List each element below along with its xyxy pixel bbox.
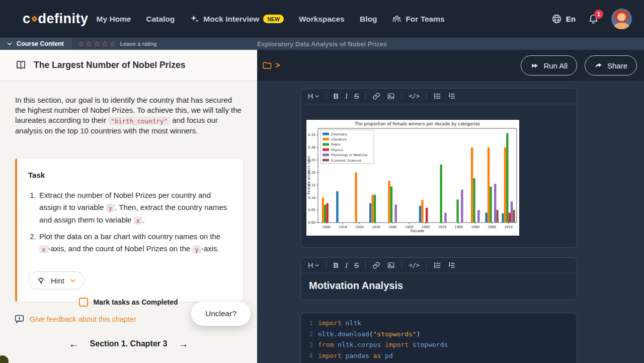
line-number: 3 (305, 339, 313, 350)
code-token (381, 339, 385, 350)
italic-button[interactable]: I (345, 92, 348, 101)
bulleted-list-button[interactable] (433, 261, 441, 269)
folder-icon (262, 60, 272, 70)
notifications-button[interactable]: 1 (588, 13, 599, 25)
star-rating[interactable]: ☆☆☆☆☆ (78, 40, 117, 47)
bar (440, 165, 442, 223)
bar (490, 187, 492, 223)
star-icon[interactable]: ☆ (101, 40, 109, 48)
markdown-cell-chart: H B I S </> 0. (300, 88, 577, 248)
nav-catalog[interactable]: Catalog (146, 15, 175, 24)
course-content-menu[interactable]: Course Content (0, 38, 72, 50)
bold-button[interactable]: B (333, 261, 338, 269)
code-token: pandas (346, 350, 369, 361)
breadcrumb[interactable]: > (262, 60, 280, 70)
prev-chapter-arrow[interactable]: ← (69, 339, 79, 349)
toolbar-divider (365, 92, 366, 100)
codefinity-logo[interactable]: c definity (23, 11, 89, 27)
code-token: import (385, 339, 409, 350)
user-avatar[interactable] (611, 9, 632, 29)
chevron-down-icon (314, 94, 319, 99)
link-button[interactable] (372, 92, 380, 100)
italic-button[interactable]: I (345, 261, 348, 270)
language-selector[interactable]: En (551, 14, 576, 24)
code-token (342, 361, 346, 363)
bar (509, 213, 511, 223)
code-token (424, 361, 428, 363)
task-item: Plot the data on a bar chart with countr… (38, 231, 231, 255)
hint-button[interactable]: Hint (28, 271, 85, 289)
numbered-list-button[interactable] (448, 261, 456, 269)
code-line[interactable]: 3from nltk.corpus import stopwords (301, 339, 577, 350)
lesson-body: In this section, our goal is to identify… (0, 81, 257, 302)
image-button[interactable] (387, 261, 395, 269)
svg-text:Decade: Decade (411, 229, 425, 233)
nav-for-teams[interactable]: For Teams (392, 14, 444, 24)
star-icon[interactable]: ☆ (94, 40, 102, 48)
strikethrough-button[interactable]: S (354, 261, 359, 269)
workspace-header: > Run All Share (257, 50, 644, 81)
heading-button[interactable]: H (308, 261, 319, 269)
star-icon[interactable]: ☆ (78, 40, 86, 48)
bold-button[interactable]: B (333, 92, 338, 100)
text-segment: -axis, and the count of Nobel Prizes on … (48, 244, 193, 253)
run-all-button[interactable]: Run All (521, 55, 577, 76)
code-token: pd (385, 350, 393, 361)
link-button[interactable] (372, 261, 380, 269)
svg-text:1900: 1900 (322, 225, 331, 229)
toolbar-divider (401, 261, 402, 269)
bar (513, 210, 515, 223)
svg-text:The proportion of female winne: The proportion of female winners per dec… (354, 121, 480, 126)
code-button[interactable]: </> (409, 93, 420, 100)
run-all-label: Run All (543, 61, 568, 70)
people-icon (392, 14, 401, 24)
top-navbar: c definity My Home Catalog Mock Intervie… (0, 0, 644, 38)
nav-mock-interview[interactable]: Mock Interview NEW (190, 14, 284, 24)
logo-text-pre: c (23, 11, 31, 27)
task-list: Extract the number of Nobel Prizes per c… (28, 189, 231, 255)
bar (494, 184, 496, 223)
code-token: nltk.download (318, 329, 369, 340)
code-line[interactable]: 2nltk.download("stopwords") (301, 329, 577, 340)
share-button[interactable]: Share (585, 55, 637, 76)
image-icon (387, 92, 395, 100)
logo-diamond-icon (31, 16, 38, 22)
mark-completed-label: Mark tasks as Completed (93, 298, 178, 306)
bar (496, 210, 498, 223)
nav-my-home[interactable]: My Home (97, 15, 131, 24)
svg-text:0.00: 0.00 (308, 221, 315, 225)
editor-toolbar: H B I S </> (301, 258, 577, 273)
markdown-heading[interactable]: Motivation Analysis (301, 273, 577, 300)
feedback-link[interactable]: Give feedback about this chapter (14, 314, 136, 324)
code-button[interactable]: </> (409, 262, 420, 269)
heading-button[interactable]: H (308, 92, 319, 100)
next-chapter-arrow[interactable]: → (178, 339, 188, 349)
course-title: Exploratory Data Analysis of Nobel Prize… (257, 40, 387, 48)
code-token: import (318, 361, 342, 363)
toolbar-divider (401, 92, 402, 100)
strikethrough-button[interactable]: S (354, 92, 359, 100)
unclear-button[interactable]: Unclear? (191, 302, 251, 326)
share-label: Share (607, 61, 627, 70)
nav-blog[interactable]: Blog (360, 15, 377, 24)
image-button[interactable] (387, 92, 395, 100)
code-token (369, 350, 373, 361)
code-line[interactable]: 1import nltk (301, 318, 577, 329)
code-cell[interactable]: 1import nltk2nltk.download("stopwords")3… (300, 313, 577, 363)
star-icon[interactable]: ☆ (109, 40, 117, 48)
numbered-list-button[interactable] (448, 92, 456, 100)
star-icon[interactable]: ☆ (86, 40, 94, 48)
bulleted-list-button[interactable] (433, 92, 441, 100)
nav-workspaces[interactable]: Workspaces (299, 15, 345, 24)
code-token: import (318, 350, 342, 361)
mark-completed-checkbox[interactable] (79, 298, 88, 307)
chat-widget[interactable] (0, 355, 9, 363)
line-number: 4 (305, 350, 313, 361)
share-icon (594, 61, 603, 70)
line-number: 5 (305, 361, 313, 363)
chevron-down-icon (314, 263, 319, 268)
bar (388, 181, 390, 223)
code-line[interactable]: 5import matplotlib.pyplot as plt (301, 361, 577, 363)
svg-text:Peace: Peace (331, 142, 341, 146)
code-line[interactable]: 4import pandas as pd (301, 350, 577, 361)
